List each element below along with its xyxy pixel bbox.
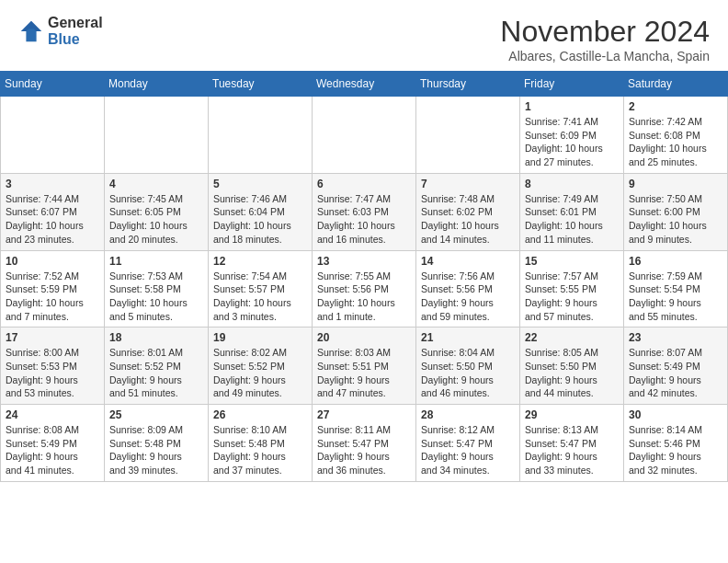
col-header-saturday: Saturday — [624, 72, 728, 97]
day-info: Sunrise: 8:14 AM Sunset: 5:46 PM Dayligh… — [629, 423, 722, 477]
col-header-monday: Monday — [105, 72, 209, 97]
header: General Blue November 2024 Albares, Cast… — [0, 0, 728, 71]
calendar-cell: 24Sunrise: 8:08 AM Sunset: 5:49 PM Dayli… — [1, 405, 105, 482]
day-number: 4 — [109, 178, 203, 190]
col-header-sunday: Sunday — [1, 72, 105, 97]
calendar-cell — [105, 97, 209, 174]
day-info: Sunrise: 7:53 AM Sunset: 5:58 PM Dayligh… — [109, 270, 203, 324]
day-info: Sunrise: 7:47 AM Sunset: 6:03 PM Dayligh… — [317, 192, 411, 247]
calendar-cell: 25Sunrise: 8:09 AM Sunset: 5:48 PM Dayli… — [105, 405, 209, 482]
col-header-friday: Friday — [520, 72, 624, 97]
calendar-cell: 29Sunrise: 8:13 AM Sunset: 5:47 PM Dayli… — [520, 405, 624, 482]
calendar-cell: 26Sunrise: 8:10 AM Sunset: 5:48 PM Dayli… — [209, 405, 313, 482]
day-info: Sunrise: 7:41 AM Sunset: 6:09 PM Dayligh… — [525, 115, 619, 169]
day-number: 19 — [213, 331, 307, 344]
day-number: 17 — [6, 331, 99, 344]
day-info: Sunrise: 8:01 AM Sunset: 5:52 PM Dayligh… — [109, 346, 203, 400]
week-row-1: 1Sunrise: 7:41 AM Sunset: 6:09 PM Daylig… — [1, 97, 728, 174]
calendar-cell: 28Sunrise: 8:12 AM Sunset: 5:47 PM Dayli… — [416, 405, 520, 482]
day-info: Sunrise: 7:56 AM Sunset: 5:56 PM Dayligh… — [421, 270, 515, 324]
calendar-cell: 19Sunrise: 8:02 AM Sunset: 5:52 PM Dayli… — [209, 327, 313, 405]
calendar-cell: 9Sunrise: 7:50 AM Sunset: 6:00 PM Daylig… — [624, 173, 728, 250]
title-block: November 2024 Albares, Castille-La Manch… — [500, 15, 710, 63]
day-info: Sunrise: 8:03 AM Sunset: 5:51 PM Dayligh… — [317, 346, 411, 400]
calendar-cell: 1Sunrise: 7:41 AM Sunset: 6:09 PM Daylig… — [520, 97, 624, 174]
day-number: 13 — [317, 255, 411, 268]
day-number: 26 — [213, 408, 307, 421]
calendar-cell: 22Sunrise: 8:05 AM Sunset: 5:50 PM Dayli… — [520, 327, 624, 405]
calendar-cell: 18Sunrise: 8:01 AM Sunset: 5:52 PM Dayli… — [105, 327, 209, 405]
day-number: 3 — [6, 178, 99, 190]
day-info: Sunrise: 8:11 AM Sunset: 5:47 PM Dayligh… — [317, 423, 411, 477]
header-row: SundayMondayTuesdayWednesdayThursdayFrid… — [1, 72, 728, 97]
day-info: Sunrise: 7:57 AM Sunset: 5:55 PM Dayligh… — [525, 270, 619, 324]
calendar-cell: 10Sunrise: 7:52 AM Sunset: 5:59 PM Dayli… — [1, 250, 105, 327]
day-info: Sunrise: 8:04 AM Sunset: 5:50 PM Dayligh… — [421, 346, 515, 400]
col-header-wednesday: Wednesday — [313, 72, 416, 97]
day-number: 25 — [109, 408, 203, 421]
day-number: 7 — [421, 178, 515, 190]
day-number: 8 — [525, 178, 619, 190]
day-number: 9 — [629, 178, 722, 190]
day-info: Sunrise: 7:52 AM Sunset: 5:59 PM Dayligh… — [6, 270, 99, 324]
calendar-cell — [1, 97, 105, 174]
day-info: Sunrise: 8:07 AM Sunset: 5:49 PM Dayligh… — [629, 346, 722, 400]
day-info: Sunrise: 7:55 AM Sunset: 5:56 PM Dayligh… — [317, 270, 411, 324]
day-info: Sunrise: 8:09 AM Sunset: 5:48 PM Dayligh… — [109, 423, 203, 477]
calendar-cell: 20Sunrise: 8:03 AM Sunset: 5:51 PM Dayli… — [313, 327, 416, 405]
day-number: 28 — [421, 408, 515, 421]
day-info: Sunrise: 8:12 AM Sunset: 5:47 PM Dayligh… — [421, 423, 515, 477]
day-info: Sunrise: 7:45 AM Sunset: 6:05 PM Dayligh… — [109, 192, 203, 247]
calendar-cell: 2Sunrise: 7:42 AM Sunset: 6:08 PM Daylig… — [624, 97, 728, 174]
calendar-cell: 14Sunrise: 7:56 AM Sunset: 5:56 PM Dayli… — [416, 250, 520, 327]
day-number: 23 — [629, 331, 722, 344]
day-info: Sunrise: 7:49 AM Sunset: 6:01 PM Dayligh… — [525, 192, 619, 247]
calendar-cell: 3Sunrise: 7:44 AM Sunset: 6:07 PM Daylig… — [1, 173, 105, 250]
day-info: Sunrise: 7:48 AM Sunset: 6:02 PM Dayligh… — [421, 192, 515, 247]
day-number: 14 — [421, 255, 515, 268]
logo-icon — [18, 18, 44, 44]
day-info: Sunrise: 7:50 AM Sunset: 6:00 PM Dayligh… — [629, 192, 722, 247]
calendar-cell: 30Sunrise: 8:14 AM Sunset: 5:46 PM Dayli… — [624, 405, 728, 482]
day-number: 30 — [629, 408, 722, 421]
day-info: Sunrise: 8:05 AM Sunset: 5:50 PM Dayligh… — [525, 346, 619, 400]
calendar-cell — [313, 97, 416, 174]
calendar-cell: 6Sunrise: 7:47 AM Sunset: 6:03 PM Daylig… — [313, 173, 416, 250]
calendar-cell: 12Sunrise: 7:54 AM Sunset: 5:57 PM Dayli… — [209, 250, 313, 327]
week-row-4: 17Sunrise: 8:00 AM Sunset: 5:53 PM Dayli… — [1, 327, 728, 405]
day-number: 21 — [421, 331, 515, 344]
day-number: 5 — [213, 178, 307, 190]
day-number: 1 — [525, 100, 619, 113]
calendar-cell — [209, 97, 313, 174]
day-info: Sunrise: 7:59 AM Sunset: 5:54 PM Dayligh… — [629, 270, 722, 324]
day-number: 29 — [525, 408, 619, 421]
day-number: 16 — [629, 255, 722, 268]
day-info: Sunrise: 7:46 AM Sunset: 6:04 PM Dayligh… — [213, 192, 307, 247]
day-info: Sunrise: 8:02 AM Sunset: 5:52 PM Dayligh… — [213, 346, 307, 400]
day-info: Sunrise: 8:00 AM Sunset: 5:53 PM Dayligh… — [6, 346, 99, 400]
calendar-cell: 17Sunrise: 8:00 AM Sunset: 5:53 PM Dayli… — [1, 327, 105, 405]
calendar-cell: 5Sunrise: 7:46 AM Sunset: 6:04 PM Daylig… — [209, 173, 313, 250]
calendar-cell: 7Sunrise: 7:48 AM Sunset: 6:02 PM Daylig… — [416, 173, 520, 250]
calendar-cell: 8Sunrise: 7:49 AM Sunset: 6:01 PM Daylig… — [520, 173, 624, 250]
calendar-cell: 27Sunrise: 8:11 AM Sunset: 5:47 PM Dayli… — [313, 405, 416, 482]
calendar-cell: 21Sunrise: 8:04 AM Sunset: 5:50 PM Dayli… — [416, 327, 520, 405]
calendar-cell: 13Sunrise: 7:55 AM Sunset: 5:56 PM Dayli… — [313, 250, 416, 327]
day-number: 2 — [629, 100, 722, 113]
day-number: 20 — [317, 331, 411, 344]
week-row-2: 3Sunrise: 7:44 AM Sunset: 6:07 PM Daylig… — [1, 173, 728, 250]
day-number: 18 — [109, 331, 203, 344]
day-number: 27 — [317, 408, 411, 421]
calendar-cell: 15Sunrise: 7:57 AM Sunset: 5:55 PM Dayli… — [520, 250, 624, 327]
day-info: Sunrise: 7:42 AM Sunset: 6:08 PM Dayligh… — [629, 115, 722, 169]
day-info: Sunrise: 8:10 AM Sunset: 5:48 PM Dayligh… — [213, 423, 307, 477]
calendar-table: SundayMondayTuesdayWednesdayThursdayFrid… — [0, 71, 728, 482]
calendar-cell: 4Sunrise: 7:45 AM Sunset: 6:05 PM Daylig… — [105, 173, 209, 250]
logo-general: General — [48, 15, 103, 31]
day-info: Sunrise: 8:13 AM Sunset: 5:47 PM Dayligh… — [525, 423, 619, 477]
day-info: Sunrise: 7:44 AM Sunset: 6:07 PM Dayligh… — [6, 192, 99, 247]
logo-blue: Blue — [48, 31, 103, 48]
calendar-cell: 23Sunrise: 8:07 AM Sunset: 5:49 PM Dayli… — [624, 327, 728, 405]
day-info: Sunrise: 7:54 AM Sunset: 5:57 PM Dayligh… — [213, 270, 307, 324]
week-row-5: 24Sunrise: 8:08 AM Sunset: 5:49 PM Dayli… — [1, 405, 728, 482]
